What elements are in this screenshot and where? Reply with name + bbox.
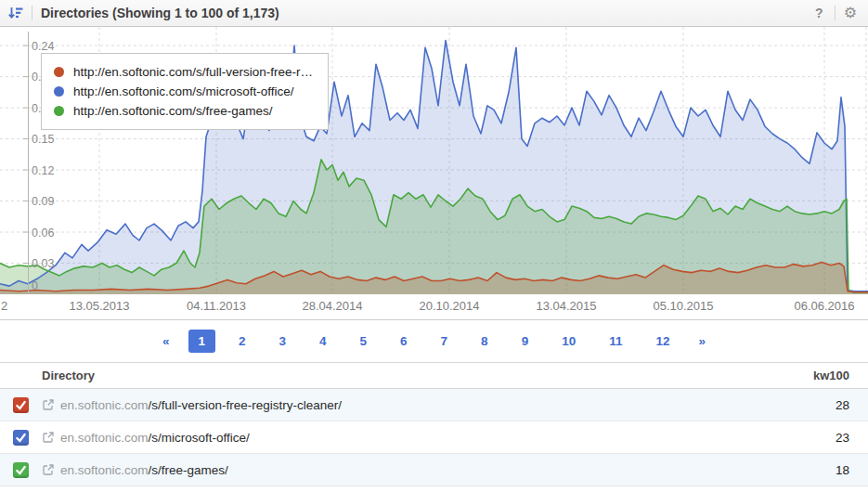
page-button-11[interactable]: 11	[599, 330, 632, 353]
page-button-1[interactable]: 1	[188, 330, 216, 353]
row-directory-path[interactable]: /s/full-version-free-registry-cleaner/	[149, 398, 343, 412]
svg-text:2: 2	[1, 299, 7, 313]
svg-text:0: 0	[32, 279, 38, 292]
settings-gear-icon[interactable]: ⚙	[844, 6, 857, 20]
svg-text:0.24: 0.24	[32, 40, 54, 53]
page-button-4[interactable]: 4	[309, 330, 337, 353]
sort-descending-icon[interactable]	[7, 6, 23, 19]
legend-item-2[interactable]: http://en.softonic.com/s/free-games/	[54, 101, 313, 121]
table-header-row: Directory kw100	[0, 363, 868, 389]
row-checkbox-checked[interactable]	[13, 430, 29, 446]
help-button[interactable]: ?	[812, 6, 826, 20]
header-divider	[835, 6, 836, 20]
legend-color-dot	[54, 67, 64, 77]
row-kw100-value: 23	[836, 431, 868, 445]
svg-text:0.15: 0.15	[32, 133, 54, 146]
legend-item-0[interactable]: http://en.softonic.com/s/full-version-fr…	[54, 62, 313, 82]
legend-label: http://en.softonic.com/s/free-games/	[73, 104, 273, 118]
svg-text:0.03: 0.03	[32, 257, 54, 270]
column-header-kw100[interactable]: kw100	[813, 369, 868, 382]
page-button-6[interactable]: 6	[390, 330, 418, 353]
legend-item-1[interactable]: http://en.softonic.com/s/microsoft-offic…	[54, 82, 313, 101]
chart-legend: http://en.softonic.com/s/full-version-fr…	[41, 53, 329, 130]
directories-table: Directory kw100 en.softonic.com/s/full-v…	[0, 363, 868, 486]
table-row-1: en.softonic.com/s/microsoft-office/23	[0, 421, 868, 454]
row-domain[interactable]: en.softonic.com	[60, 463, 149, 477]
svg-text:20.10.2014: 20.10.2014	[419, 299, 479, 313]
page-button-7[interactable]: 7	[431, 330, 459, 353]
page-button-10[interactable]: 10	[551, 330, 586, 353]
legend-label: http://en.softonic.com/s/full-version-fr…	[73, 65, 313, 79]
panel-header: Directories (Showing 1 to 100 of 1,173) …	[0, 0, 868, 27]
table-row-2: en.softonic.com/s/free-games/18	[0, 454, 868, 486]
table-row-0: en.softonic.com/s/full-version-free-regi…	[0, 389, 868, 421]
row-domain[interactable]: en.softonic.com	[60, 431, 149, 445]
column-header-directory[interactable]: Directory	[0, 369, 95, 382]
page-first-button[interactable]: «	[157, 330, 175, 353]
svg-text:06.06.2016: 06.06.2016	[794, 299, 854, 313]
page-button-2[interactable]: 2	[228, 330, 256, 353]
page-button-3[interactable]: 3	[269, 330, 297, 353]
page-button-9[interactable]: 9	[512, 330, 539, 353]
row-domain[interactable]: en.softonic.com	[60, 398, 149, 412]
legend-color-dot	[54, 86, 64, 97]
page-button-5[interactable]: 5	[350, 330, 378, 353]
row-checkbox-checked[interactable]	[13, 462, 29, 478]
pagination: «123456789101112»	[0, 320, 868, 363]
svg-text:13.05.2013: 13.05.2013	[69, 299, 129, 313]
svg-text:05.10.2015: 05.10.2015	[653, 299, 713, 313]
row-directory-path[interactable]: /s/free-games/	[149, 463, 228, 477]
legend-color-dot	[54, 106, 64, 116]
external-link-icon[interactable]	[42, 431, 55, 444]
svg-text:0.12: 0.12	[32, 164, 54, 177]
header-divider	[32, 6, 32, 20]
page-next-button[interactable]: »	[693, 330, 711, 353]
svg-text:0.09: 0.09	[32, 195, 54, 208]
svg-text:28.04.2014: 28.04.2014	[302, 299, 362, 313]
svg-text:13.04.2015: 13.04.2015	[536, 299, 596, 313]
visibility-history-chart: http://en.softonic.com/s/full-version-fr…	[0, 27, 868, 320]
row-directory-path[interactable]: /s/microsoft-office/	[149, 431, 250, 445]
page-button-12[interactable]: 12	[645, 330, 680, 353]
svg-text:0.06: 0.06	[32, 227, 54, 240]
row-kw100-value: 18	[836, 463, 868, 477]
row-checkbox-checked[interactable]	[13, 397, 29, 413]
row-kw100-value: 28	[836, 398, 868, 412]
panel-title: Directories (Showing 1 to 100 of 1,173)	[41, 6, 279, 20]
legend-label: http://en.softonic.com/s/microsoft-offic…	[73, 84, 294, 98]
external-link-icon[interactable]	[42, 398, 55, 411]
external-link-icon[interactable]	[42, 463, 55, 476]
svg-text:04.11.2013: 04.11.2013	[187, 299, 246, 313]
page-button-8[interactable]: 8	[471, 330, 499, 353]
